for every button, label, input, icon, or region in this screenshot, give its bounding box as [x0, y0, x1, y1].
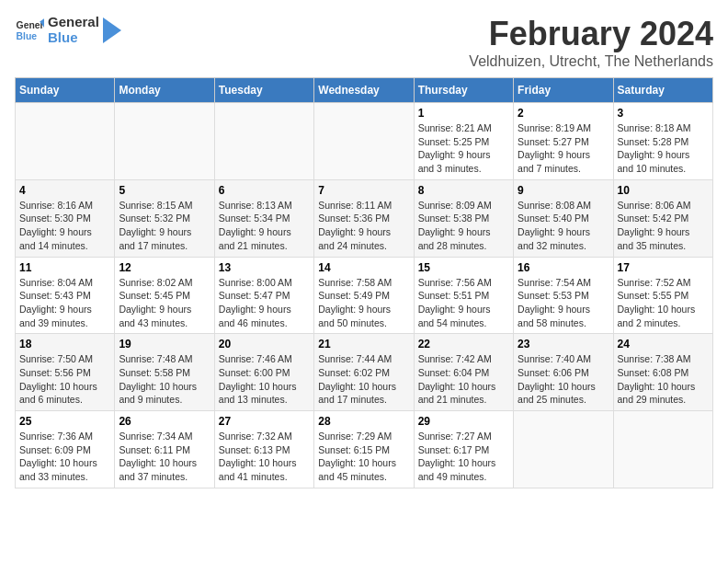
day-number: 22: [418, 338, 509, 350]
day-info: Sunrise: 8:13 AM Sunset: 5:34 PM Dayligh…: [219, 199, 310, 253]
calendar-day-cell: 10Sunrise: 8:06 AM Sunset: 5:42 PM Dayli…: [613, 179, 712, 257]
day-info: Sunrise: 7:52 AM Sunset: 5:55 PM Dayligh…: [618, 276, 709, 330]
calendar-body: 1Sunrise: 8:21 AM Sunset: 5:25 PM Daylig…: [16, 103, 713, 488]
weekday-header-cell: Thursday: [414, 78, 513, 103]
day-info: Sunrise: 7:38 AM Sunset: 6:08 PM Dayligh…: [618, 352, 709, 407]
day-number: 25: [19, 415, 110, 428]
day-info: Sunrise: 7:46 AM Sunset: 6:00 PM Dayligh…: [219, 352, 310, 407]
day-number: 27: [219, 415, 310, 428]
calendar-day-cell: 16Sunrise: 7:54 AM Sunset: 5:53 PM Dayli…: [514, 257, 613, 334]
day-number: 5: [119, 184, 210, 197]
day-number: 9: [518, 184, 609, 197]
calendar-week-row: 4Sunrise: 8:16 AM Sunset: 5:30 PM Daylig…: [16, 179, 713, 257]
calendar-day-cell: [514, 411, 613, 488]
day-number: 21: [318, 338, 409, 350]
calendar-week-row: 25Sunrise: 7:36 AM Sunset: 6:09 PM Dayli…: [16, 411, 713, 488]
day-number: 18: [19, 338, 110, 350]
day-info: Sunrise: 7:42 AM Sunset: 6:04 PM Dayligh…: [418, 352, 509, 407]
calendar-day-cell: 17Sunrise: 7:52 AM Sunset: 5:55 PM Dayli…: [613, 257, 712, 334]
day-info: Sunrise: 7:58 AM Sunset: 5:49 PM Dayligh…: [318, 276, 409, 330]
calendar-day-cell: 22Sunrise: 7:42 AM Sunset: 6:04 PM Dayli…: [414, 334, 513, 411]
day-number: 7: [318, 184, 409, 197]
calendar-day-cell: 3Sunrise: 8:18 AM Sunset: 5:28 PM Daylig…: [613, 103, 712, 180]
day-info: Sunrise: 8:21 AM Sunset: 5:25 PM Dayligh…: [418, 121, 509, 176]
calendar-day-cell: 14Sunrise: 7:58 AM Sunset: 5:49 PM Dayli…: [314, 257, 414, 334]
day-info: Sunrise: 8:16 AM Sunset: 5:30 PM Dayligh…: [19, 199, 110, 253]
weekday-header-row: SundayMondayTuesdayWednesdayThursdayFrid…: [16, 78, 713, 103]
calendar-day-cell: 1Sunrise: 8:21 AM Sunset: 5:25 PM Daylig…: [414, 103, 513, 180]
day-number: 1: [418, 107, 509, 120]
calendar-day-cell: 7Sunrise: 8:11 AM Sunset: 5:36 PM Daylig…: [314, 179, 414, 257]
calendar-day-cell: 24Sunrise: 7:38 AM Sunset: 6:08 PM Dayli…: [613, 334, 712, 411]
day-number: 24: [618, 338, 709, 350]
svg-text:Blue: Blue: [17, 30, 38, 40]
day-number: 14: [318, 261, 409, 274]
day-number: 23: [518, 338, 609, 350]
day-info: Sunrise: 7:56 AM Sunset: 5:51 PM Dayligh…: [418, 276, 509, 330]
calendar-day-cell: 8Sunrise: 8:09 AM Sunset: 5:38 PM Daylig…: [414, 179, 513, 257]
svg-marker-3: [103, 17, 121, 43]
calendar-day-cell: 20Sunrise: 7:46 AM Sunset: 6:00 PM Dayli…: [214, 334, 313, 411]
day-number: 29: [418, 415, 509, 428]
calendar-day-cell: 11Sunrise: 8:04 AM Sunset: 5:43 PM Dayli…: [16, 257, 115, 334]
calendar-day-cell: 15Sunrise: 7:56 AM Sunset: 5:51 PM Dayli…: [414, 257, 513, 334]
day-number: 4: [19, 184, 110, 197]
calendar-table: SundayMondayTuesdayWednesdayThursdayFrid…: [15, 77, 713, 488]
logo-general: General: [48, 15, 99, 30]
day-number: 10: [618, 184, 709, 197]
logo: General Blue General Blue: [15, 15, 121, 45]
calendar-day-cell: [613, 411, 712, 488]
logo-icon: General Blue: [15, 16, 44, 45]
calendar-day-cell: 4Sunrise: 8:16 AM Sunset: 5:30 PM Daylig…: [16, 179, 115, 257]
day-info: Sunrise: 8:15 AM Sunset: 5:32 PM Dayligh…: [119, 199, 210, 253]
day-info: Sunrise: 7:54 AM Sunset: 5:53 PM Dayligh…: [518, 276, 609, 330]
calendar-day-cell: 5Sunrise: 8:15 AM Sunset: 5:32 PM Daylig…: [115, 179, 214, 257]
day-info: Sunrise: 7:27 AM Sunset: 6:17 PM Dayligh…: [418, 430, 509, 484]
calendar-day-cell: 21Sunrise: 7:44 AM Sunset: 6:02 PM Dayli…: [314, 334, 414, 411]
calendar-day-cell: [314, 103, 414, 180]
day-number: 2: [518, 107, 609, 120]
weekday-header-cell: Monday: [115, 78, 214, 103]
day-info: Sunrise: 8:18 AM Sunset: 5:28 PM Dayligh…: [618, 121, 709, 176]
calendar-day-cell: [115, 103, 214, 180]
day-info: Sunrise: 8:11 AM Sunset: 5:36 PM Dayligh…: [318, 199, 409, 253]
calendar-day-cell: 9Sunrise: 8:08 AM Sunset: 5:40 PM Daylig…: [514, 179, 613, 257]
logo-blue: Blue: [48, 30, 99, 46]
day-number: 28: [318, 415, 409, 428]
calendar-day-cell: [16, 103, 115, 180]
day-number: 3: [618, 107, 709, 120]
day-info: Sunrise: 8:08 AM Sunset: 5:40 PM Dayligh…: [518, 199, 609, 253]
day-info: Sunrise: 7:50 AM Sunset: 5:56 PM Dayligh…: [19, 352, 110, 407]
day-info: Sunrise: 8:02 AM Sunset: 5:45 PM Dayligh…: [119, 276, 210, 330]
day-info: Sunrise: 7:48 AM Sunset: 5:58 PM Dayligh…: [119, 352, 210, 407]
day-number: 19: [119, 338, 210, 350]
day-info: Sunrise: 8:04 AM Sunset: 5:43 PM Dayligh…: [19, 276, 110, 330]
day-number: 12: [119, 261, 210, 274]
calendar-day-cell: 25Sunrise: 7:36 AM Sunset: 6:09 PM Dayli…: [16, 411, 115, 488]
weekday-header-cell: Sunday: [16, 78, 115, 103]
day-number: 26: [119, 415, 210, 428]
day-number: 20: [219, 338, 310, 350]
calendar-day-cell: 28Sunrise: 7:29 AM Sunset: 6:15 PM Dayli…: [314, 411, 414, 488]
day-number: 17: [618, 261, 709, 274]
day-number: 15: [418, 261, 509, 274]
logo-arrow-icon: [103, 17, 121, 43]
calendar-day-cell: 26Sunrise: 7:34 AM Sunset: 6:11 PM Dayli…: [115, 411, 214, 488]
calendar-week-row: 1Sunrise: 8:21 AM Sunset: 5:25 PM Daylig…: [16, 103, 713, 180]
weekday-header-cell: Friday: [514, 78, 613, 103]
weekday-header-cell: Tuesday: [214, 78, 313, 103]
location-title: Veldhuizen, Utrecht, The Netherlands: [469, 53, 713, 70]
calendar-day-cell: 19Sunrise: 7:48 AM Sunset: 5:58 PM Dayli…: [115, 334, 214, 411]
day-number: 6: [219, 184, 310, 197]
calendar-day-cell: 13Sunrise: 8:00 AM Sunset: 5:47 PM Dayli…: [214, 257, 313, 334]
day-number: 13: [219, 261, 310, 274]
day-number: 11: [19, 261, 110, 274]
page-header: General Blue General Blue February 2024 …: [15, 15, 713, 70]
day-number: 8: [418, 184, 509, 197]
svg-text:General: General: [17, 20, 44, 30]
weekday-header-cell: Wednesday: [314, 78, 414, 103]
day-info: Sunrise: 7:40 AM Sunset: 6:06 PM Dayligh…: [518, 352, 609, 407]
day-info: Sunrise: 7:29 AM Sunset: 6:15 PM Dayligh…: [318, 430, 409, 484]
day-info: Sunrise: 7:34 AM Sunset: 6:11 PM Dayligh…: [119, 430, 210, 484]
day-info: Sunrise: 7:32 AM Sunset: 6:13 PM Dayligh…: [219, 430, 310, 484]
